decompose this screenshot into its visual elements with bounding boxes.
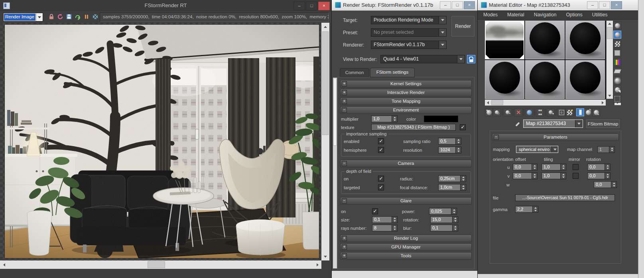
scroll-right-icon[interactable] bbox=[600, 100, 606, 106]
horizontal-scrollbar[interactable] bbox=[0, 260, 321, 269]
options-icon[interactable] bbox=[613, 76, 621, 84]
minimize-button[interactable]: – bbox=[440, 1, 451, 9]
show-map-in-viewport-checker-icon[interactable]: ● bbox=[565, 108, 573, 116]
u-tiling-spinner[interactable]: 1,0 bbox=[542, 164, 566, 170]
minimize-button[interactable]: – bbox=[293, 2, 305, 10]
save-icon[interactable] bbox=[65, 13, 73, 21]
sample-type-icon[interactable] bbox=[613, 22, 621, 29]
menu-utilities[interactable]: Utilities bbox=[592, 12, 608, 18]
scroll-up-icon[interactable] bbox=[321, 23, 329, 31]
w-rotation-spinner[interactable]: 0,0 bbox=[594, 181, 617, 188]
tab-common[interactable]: Common bbox=[340, 68, 369, 77]
v-rotation-spinner[interactable]: 0,0 bbox=[587, 172, 611, 179]
u-offset-spinner[interactable]: 0,0 bbox=[513, 164, 538, 170]
texture-enabled-checkbox[interactable] bbox=[460, 124, 466, 130]
focal-distance-spinner[interactable]: 1,0cm bbox=[438, 184, 466, 191]
put-to-library-icon[interactable]: ●●●● bbox=[536, 108, 544, 116]
render-button[interactable]: Render bbox=[451, 16, 475, 37]
close-button[interactable]: × bbox=[464, 1, 475, 9]
show-background-icon[interactable]: 0 bbox=[557, 108, 565, 116]
lock-icon[interactable] bbox=[48, 13, 55, 21]
rollout-kernel-settings[interactable]: + Kernel Settings bbox=[340, 80, 472, 88]
blur-spinner[interactable]: 0,1 bbox=[430, 225, 458, 231]
radius-spinner[interactable]: 0,25cm bbox=[438, 175, 466, 182]
assign-material-to-selection-icon[interactable]: ▪ bbox=[504, 108, 512, 116]
get-material-icon[interactable]: ✦ bbox=[485, 108, 493, 116]
rays-number-spinner[interactable]: 8 bbox=[372, 225, 398, 231]
sample-slot[interactable] bbox=[565, 21, 605, 59]
render-image[interactable] bbox=[5, 25, 319, 258]
slots-scroll-thumb[interactable] bbox=[607, 27, 612, 39]
go-to-parent-icon[interactable]: ↰ bbox=[584, 108, 592, 116]
horizontal-scroll-thumb[interactable] bbox=[148, 261, 165, 268]
minimize-button[interactable]: – bbox=[587, 1, 598, 9]
material-name-dropdown[interactable]: Map #2138275343 bbox=[523, 119, 583, 128]
rollout-parameters[interactable]: − Parameters bbox=[492, 133, 619, 141]
chevron-down-icon[interactable] bbox=[439, 41, 446, 49]
chevron-down-icon[interactable] bbox=[575, 120, 583, 127]
collapse-icon[interactable]: − bbox=[342, 108, 347, 113]
menu-options[interactable]: Options bbox=[566, 12, 582, 18]
targeted-checkbox[interactable] bbox=[378, 184, 384, 190]
expand-icon[interactable]: + bbox=[342, 236, 347, 241]
view-to-render-dropdown[interactable]: Quad 4 - View01 bbox=[380, 55, 465, 63]
vertical-scrollbar[interactable] bbox=[321, 23, 329, 260]
size-spinner[interactable]: 0,1 bbox=[372, 216, 398, 223]
rollout-render-log[interactable]: + Render Log bbox=[340, 235, 472, 242]
material-type-button[interactable]: FStorm Bitmap bbox=[586, 119, 620, 128]
glare-rotation-spinner[interactable]: 15,0 bbox=[430, 216, 458, 223]
slots-horizontal-scrollbar[interactable] bbox=[485, 100, 606, 106]
slots-hscroll-thumb[interactable] bbox=[491, 100, 503, 105]
hemisphere-checkbox[interactable] bbox=[378, 147, 384, 153]
close-button[interactable]: × bbox=[611, 1, 622, 9]
show-shaded-material-in-viewport-icon[interactable] bbox=[576, 108, 584, 116]
v-tiling-spinner[interactable]: 1,0 bbox=[542, 172, 566, 179]
expand-icon[interactable]: + bbox=[342, 245, 347, 250]
settings-scroll-thumb[interactable] bbox=[333, 78, 337, 146]
expand-icon[interactable]: + bbox=[342, 81, 347, 86]
scroll-up-icon[interactable] bbox=[607, 21, 613, 27]
chevron-down-icon[interactable] bbox=[439, 29, 446, 36]
background-checker-icon[interactable] bbox=[613, 40, 621, 48]
refresh-icon[interactable] bbox=[57, 13, 64, 21]
dof-on-checkbox[interactable] bbox=[378, 176, 384, 182]
rollout-interactive-render[interactable]: + Interactive Render bbox=[340, 89, 472, 96]
slots-vertical-scrollbar[interactable] bbox=[607, 21, 613, 99]
settings-scrollbar[interactable] bbox=[333, 78, 337, 268]
scroll-right-icon[interactable] bbox=[313, 260, 321, 269]
glare-on-checkbox[interactable] bbox=[372, 208, 378, 214]
v-mirror-checkbox[interactable] bbox=[573, 173, 579, 179]
rollout-gpu-manager[interactable]: + GPU Manager bbox=[340, 243, 472, 251]
scroll-left-icon[interactable] bbox=[485, 100, 491, 106]
material-map-navigator-icon[interactable] bbox=[613, 95, 621, 103]
rollout-tone-mapping[interactable]: + Tone Mapping bbox=[340, 98, 472, 105]
power-spinner[interactable]: 0,025 bbox=[429, 208, 457, 215]
put-material-to-scene-icon[interactable]: ▱ bbox=[493, 108, 501, 116]
material-id-channel-icon[interactable]: ▾ bbox=[547, 108, 555, 116]
sample-slot[interactable] bbox=[525, 21, 565, 59]
map-channel-spinner[interactable]: 1 bbox=[597, 146, 615, 153]
scroll-left-icon[interactable] bbox=[0, 260, 8, 269]
gamma-spinner[interactable]: 2,2 bbox=[515, 206, 538, 213]
sample-slot[interactable] bbox=[485, 60, 524, 99]
chevron-down-icon[interactable] bbox=[551, 146, 558, 153]
sample-uv-tiling-icon[interactable] bbox=[613, 49, 621, 57]
make-material-copy-icon[interactable] bbox=[525, 108, 533, 116]
u-mirror-checkbox[interactable] bbox=[573, 164, 579, 170]
mapping-dropdown[interactable]: spherical enviro bbox=[516, 146, 558, 153]
make-preview-icon[interactable] bbox=[613, 67, 621, 75]
collapse-icon[interactable]: − bbox=[494, 135, 499, 140]
target-dropdown[interactable]: Production Rendering Mode bbox=[371, 16, 447, 24]
close-button[interactable]: × bbox=[318, 2, 330, 10]
menu-navigation[interactable]: Navigation bbox=[534, 12, 557, 18]
expand-icon[interactable]: + bbox=[342, 90, 347, 95]
sample-slot[interactable] bbox=[565, 60, 605, 99]
material-editor-titlebar[interactable]: Material Editor - Map #2138275343 – □ × bbox=[478, 0, 638, 11]
lock-view-button[interactable] bbox=[467, 55, 475, 63]
menu-modes[interactable]: Modes bbox=[483, 12, 498, 18]
restore-button[interactable]: □ bbox=[306, 2, 317, 10]
vertical-scroll-thumb[interactable] bbox=[322, 31, 329, 135]
rollout-glare[interactable]: − Glare bbox=[340, 197, 472, 205]
render-window-titlebar[interactable]: FStormRender RT – □ × bbox=[0, 0, 331, 12]
pause-icon[interactable] bbox=[83, 13, 90, 21]
